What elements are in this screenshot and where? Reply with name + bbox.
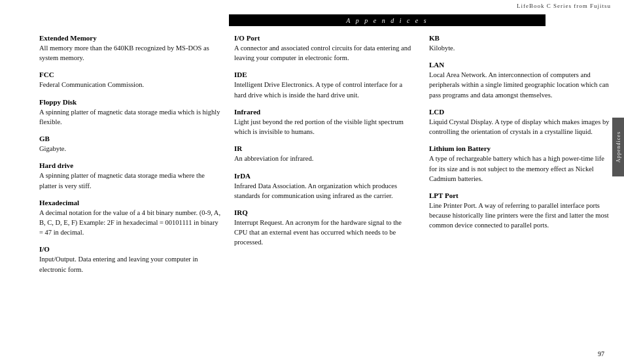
side-tab: Appendices	[612, 118, 624, 176]
appendices-label: A p p e n d i c e s	[346, 17, 428, 24]
header-bar: LifeBook C Series from Fujitsu	[0, 0, 624, 12]
term-col3-1: LAN	[429, 61, 611, 69]
definition-col3-1: Local Area Network. An interconnection o…	[429, 70, 611, 100]
column-1: Extended MemoryAll memory more than the …	[39, 34, 234, 344]
term-col3-0: KB	[429, 34, 611, 42]
page-number: 97	[598, 350, 604, 357]
definition-col3-3: A type of rechargeable battery which has…	[429, 154, 611, 184]
definition-col2-1: Intelligent Drive Electronics. A type of…	[234, 80, 416, 99]
term-col2-2: Infrared	[234, 108, 416, 116]
term-col2-3: IR	[234, 144, 416, 152]
definition-col2-3: An abbreviation for infrared.	[234, 154, 416, 163]
term-col2-0: I/O Port	[234, 34, 416, 42]
header-title: LifeBook C Series from Fujitsu	[517, 3, 611, 9]
definition-col1-1: Federal Communication Commission.	[39, 80, 221, 90]
definition-col1-5: A decimal notation for the value of a 4 …	[39, 208, 221, 238]
term-col1-0: Extended Memory	[39, 34, 221, 42]
definition-col3-2: Liquid Crystal Display. A type of displa…	[429, 117, 611, 137]
definition-col2-2: Light just beyond the red portion of the…	[234, 117, 416, 137]
definition-col3-4: Line Printer Port. A way of referring to…	[429, 201, 611, 231]
appendices-bar: A p p e n d i c e s	[229, 14, 546, 26]
term-col3-2: LCD	[429, 108, 611, 116]
term-col2-5: IRQ	[234, 208, 416, 216]
term-col1-6: I/O	[39, 245, 221, 253]
definition-col1-6: Input/Output. Data entering and leaving …	[39, 254, 221, 274]
term-col1-5: Hexadecimal	[39, 199, 221, 207]
term-col3-3: Lithium ion Battery	[429, 144, 611, 152]
definition-col1-4: A spinning platter of magnetic data stor…	[39, 171, 221, 190]
column-3: KBKilobyte.LANLocal Area Network. An int…	[429, 34, 611, 344]
definition-col2-0: A connector and associated control circu…	[234, 43, 416, 63]
content-area: Extended MemoryAll memory more than the …	[39, 34, 611, 344]
column-2: I/O PortA connector and associated contr…	[234, 34, 429, 344]
definition-col3-0: Kilobyte.	[429, 43, 611, 53]
definition-col1-3: Gigabyte.	[39, 144, 221, 154]
term-col1-2: Floppy Disk	[39, 98, 221, 106]
definition-col1-2: A spinning platter of magnetic data stor…	[39, 107, 221, 127]
term-col2-4: IrDA	[234, 172, 416, 180]
term-col1-1: FCC	[39, 71, 221, 78]
definition-col2-5: Interrupt Request. An acronym for the ha…	[234, 218, 416, 248]
definition-col2-4: Infrared Data Association. An organizati…	[234, 181, 416, 201]
definition-col1-0: All memory more than the 640KB recognize…	[39, 43, 221, 63]
term-col2-1: IDE	[234, 71, 416, 78]
term-col1-4: Hard drive	[39, 161, 221, 169]
term-col3-4: LPT Port	[429, 191, 611, 199]
side-tab-label: Appendices	[615, 131, 621, 163]
term-col1-3: GB	[39, 135, 221, 142]
